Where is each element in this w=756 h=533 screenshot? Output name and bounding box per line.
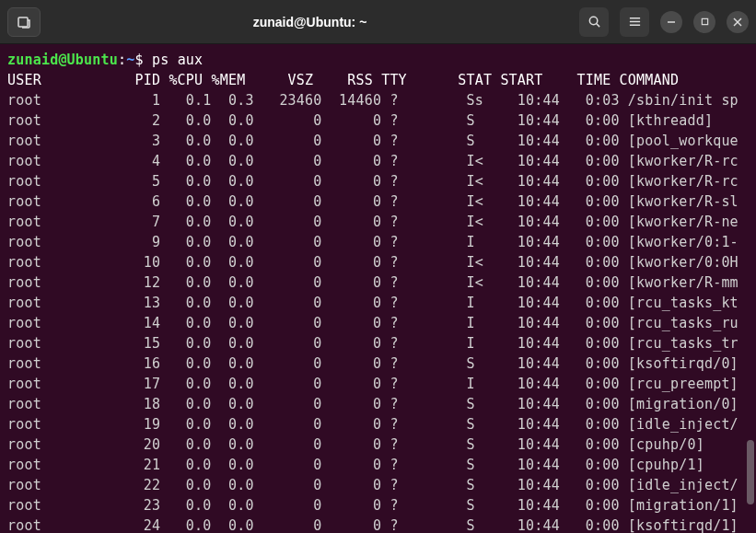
- process-row: root 24 0.0 0.0 0 0 ? S 10:44 0:00 [ksof…: [7, 517, 739, 533]
- prompt-user-host: zunaid@Ubuntu: [7, 52, 118, 68]
- process-row: root 6 0.0 0.0 0 0 ? I< 10:44 0:00 [kwor…: [7, 193, 739, 210]
- process-row: root 23 0.0 0.0 0 0 ? S 10:44 0:00 [migr…: [7, 497, 739, 514]
- terminal-output[interactable]: zunaid@Ubuntu:~$ ps aux USER PID %CPU %M…: [0, 44, 756, 533]
- command-text: ps aux: [152, 52, 203, 68]
- titlebar: zunaid@Ubuntu: ~: [0, 0, 756, 44]
- process-row: root 17 0.0 0.0 0 0 ? I 10:44 0:00 [rcu_…: [7, 376, 739, 392]
- process-row: root 14 0.0 0.0 0 0 ? I 10:44 0:00 [rcu_…: [7, 315, 739, 331]
- close-icon: [733, 17, 742, 27]
- process-row: root 21 0.0 0.0 0 0 ? S 10:44 0:00 [cpuh…: [7, 457, 704, 473]
- process-row: root 1 0.1 0.3 23460 14460 ? Ss 10:44 0:…: [7, 92, 739, 109]
- search-button[interactable]: [579, 7, 609, 37]
- process-row: root 20 0.0 0.0 0 0 ? S 10:44 0:00 [cpuh…: [7, 436, 704, 453]
- close-button[interactable]: [727, 11, 749, 33]
- process-row: root 2 0.0 0.0 0 0 ? S 10:44 0:00 [kthre…: [7, 112, 713, 129]
- process-row: root 3 0.0 0.0 0 0 ? S 10:44 0:00 [pool_…: [7, 133, 739, 149]
- process-row: root 19 0.0 0.0 0 0 ? S 10:44 0:00 [idle…: [7, 416, 739, 433]
- process-row: root 22 0.0 0.0 0 0 ? S 10:44 0:00 [idle…: [7, 477, 739, 493]
- svg-point-1: [589, 17, 597, 24]
- titlebar-left: [7, 7, 41, 37]
- minimize-button[interactable]: [660, 11, 682, 33]
- process-row: root 9 0.0 0.0 0 0 ? I 10:44 0:00 [kwork…: [7, 234, 739, 250]
- new-tab-button[interactable]: [7, 7, 41, 37]
- svg-line-2: [596, 24, 599, 27]
- process-row: root 5 0.0 0.0 0 0 ? I< 10:44 0:00 [kwor…: [7, 173, 739, 190]
- svg-rect-7: [702, 18, 707, 24]
- process-row: root 16 0.0 0.0 0 0 ? S 10:44 0:00 [ksof…: [7, 355, 739, 372]
- minimize-icon: [667, 17, 676, 27]
- process-row: root 15 0.0 0.0 0 0 ? I 10:44 0:00 [rcu_…: [7, 335, 739, 352]
- process-row: root 18 0.0 0.0 0 0 ? S 10:44 0:00 [migr…: [7, 396, 739, 412]
- svg-rect-0: [18, 17, 28, 27]
- window-title: zunaid@Ubuntu: ~: [48, 15, 572, 29]
- process-row: root 10 0.0 0.0 0 0 ? I< 10:44 0:00 [kwo…: [7, 254, 739, 271]
- hamburger-icon: [628, 15, 642, 29]
- process-row: root 12 0.0 0.0 0 0 ? I< 10:44 0:00 [kwo…: [7, 274, 739, 291]
- ps-header-line: USER PID %CPU %MEM VSZ RSS TTY STAT STAR…: [7, 72, 679, 88]
- process-row: root 13 0.0 0.0 0 0 ? I 10:44 0:00 [rcu_…: [7, 295, 739, 311]
- menu-button[interactable]: [620, 7, 649, 37]
- scrollbar-thumb[interactable]: [747, 440, 754, 504]
- maximize-button[interactable]: [693, 11, 715, 33]
- titlebar-right: [579, 7, 749, 37]
- search-icon: [587, 15, 601, 29]
- new-tab-icon: [17, 15, 31, 29]
- process-row: root 7 0.0 0.0 0 0 ? I< 10:44 0:00 [kwor…: [7, 214, 739, 230]
- prompt-separator: :: [118, 52, 126, 68]
- prompt-symbol: $: [134, 52, 151, 68]
- maximize-icon: [701, 17, 709, 26]
- process-row: root 4 0.0 0.0 0 0 ? I< 10:44 0:00 [kwor…: [7, 153, 739, 169]
